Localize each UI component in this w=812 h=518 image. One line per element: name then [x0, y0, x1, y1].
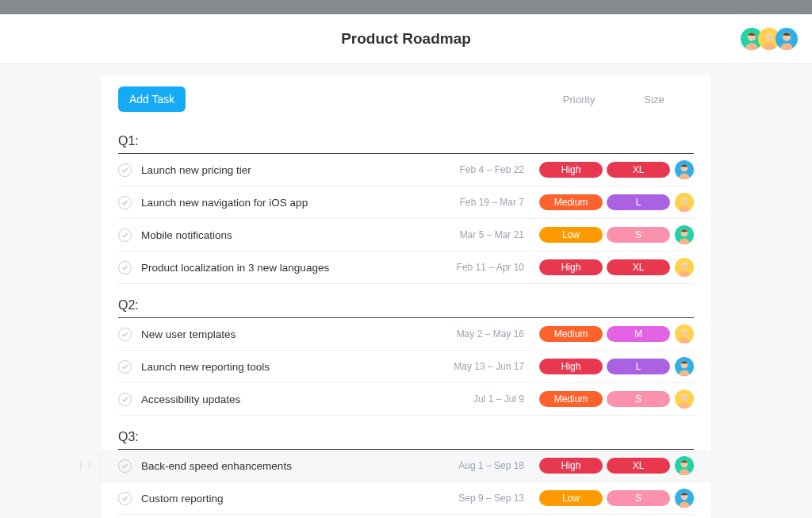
task-name[interactable]: Accessibility updates: [141, 393, 441, 405]
complete-checkbox[interactable]: [118, 492, 132, 505]
size-pill[interactable]: S: [607, 227, 670, 243]
size-pill[interactable]: S: [607, 391, 670, 407]
complete-checkbox[interactable]: [118, 196, 132, 209]
task-dates[interactable]: Mar 5 – Mar 21: [441, 229, 524, 240]
size-pill[interactable]: L: [607, 194, 670, 210]
task-dates[interactable]: May 13 – Jun 17: [441, 361, 524, 372]
assignee-cell[interactable]: [665, 160, 694, 179]
assignee-cell[interactable]: [665, 258, 694, 277]
priority-pill[interactable]: Medium: [539, 194, 603, 210]
size-cell[interactable]: L: [607, 359, 665, 374]
column-header-size[interactable]: Size: [615, 94, 694, 106]
priority-pill[interactable]: Medium: [539, 326, 603, 342]
assignee-avatar[interactable]: [675, 258, 694, 277]
assignee-avatar[interactable]: [675, 225, 694, 244]
assignee-cell[interactable]: [665, 193, 694, 212]
priority-cell[interactable]: Medium: [535, 391, 607, 407]
task-dates[interactable]: Jul 1 – Jul 9: [441, 393, 524, 405]
task-row[interactable]: Launch new reporting toolsMay 13 – Jun 1…: [118, 351, 694, 383]
column-header-priority[interactable]: Priority: [543, 94, 615, 106]
assignee-avatar[interactable]: [675, 489, 694, 508]
size-pill[interactable]: XL: [607, 162, 670, 178]
complete-checkbox[interactable]: [118, 163, 132, 177]
size-pill[interactable]: XL: [607, 259, 670, 275]
task-name[interactable]: Launch new navigation for iOS app: [141, 197, 441, 209]
task-dates[interactable]: May 2 – May 16: [441, 328, 524, 340]
task-dates[interactable]: Feb 19 – Mar 7: [441, 197, 524, 208]
assignee-cell[interactable]: [665, 389, 694, 409]
priority-pill[interactable]: Low: [539, 227, 603, 243]
collaborator-avatars[interactable]: [745, 28, 798, 50]
priority-pill[interactable]: High: [539, 259, 603, 275]
size-cell[interactable]: XL: [607, 458, 665, 474]
task-row[interactable]: New user templatesMay 2 – May 16MediumM: [118, 318, 694, 351]
assignee-cell[interactable]: [665, 225, 694, 244]
priority-pill[interactable]: High: [539, 162, 603, 178]
task-row[interactable]: Mobile notificationsMar 5 – Mar 21LowS: [118, 219, 694, 251]
task-dates[interactable]: Feb 11 – Apr 10: [441, 262, 524, 273]
task-dates[interactable]: Sep 9 – Sep 13: [441, 493, 524, 504]
priority-cell[interactable]: Low: [535, 227, 607, 243]
task-row[interactable]: Accessibility updatesJul 1 – Jul 9Medium…: [118, 383, 694, 416]
size-cell[interactable]: L: [607, 194, 665, 210]
task-row[interactable]: Offline modeSep 17 – Oct 18MediumL: [118, 515, 694, 518]
size-cell[interactable]: S: [607, 490, 665, 506]
section-title[interactable]: Q1:: [118, 120, 694, 154]
drag-handle-icon[interactable]: ⋮⋮⋮⋮: [77, 462, 94, 469]
complete-checkbox[interactable]: [118, 459, 132, 473]
task-row[interactable]: Custom reportingSep 9 – Sep 13LowS: [118, 482, 694, 515]
size-pill[interactable]: S: [607, 490, 670, 506]
size-pill[interactable]: XL: [607, 458, 670, 474]
size-cell[interactable]: XL: [607, 259, 665, 275]
complete-checkbox[interactable]: [118, 261, 132, 274]
task-name[interactable]: New user templates: [141, 328, 441, 340]
assignee-avatar[interactable]: [675, 456, 694, 475]
task-name[interactable]: Launch new pricing tier: [141, 164, 441, 176]
assignee-cell[interactable]: [665, 324, 694, 343]
assignee-cell[interactable]: [665, 489, 694, 508]
size-cell[interactable]: S: [607, 227, 665, 243]
assignee-avatar[interactable]: [675, 389, 694, 409]
task-name[interactable]: Custom reporting: [141, 493, 441, 505]
assignee-cell[interactable]: [665, 357, 694, 376]
priority-cell[interactable]: High: [535, 359, 607, 374]
size-cell[interactable]: M: [607, 326, 665, 342]
priority-pill[interactable]: High: [539, 359, 603, 374]
task-row[interactable]: ⋮⋮⋮⋮Back-end speed enhancementsAug 1 – S…: [101, 450, 711, 482]
assignee-cell[interactable]: [665, 456, 694, 475]
size-pill[interactable]: L: [607, 359, 670, 374]
complete-checkbox[interactable]: [118, 228, 132, 242]
priority-pill[interactable]: High: [539, 458, 603, 474]
section-title[interactable]: Q2:: [118, 284, 694, 318]
assignee-avatar[interactable]: [675, 357, 694, 376]
task-dates[interactable]: Feb 4 – Feb 22: [441, 164, 524, 175]
assignee-avatar[interactable]: [675, 324, 694, 343]
task-row[interactable]: Launch new pricing tierFeb 4 – Feb 22Hig…: [118, 154, 694, 186]
complete-checkbox[interactable]: [118, 360, 132, 374]
assignee-avatar[interactable]: [675, 160, 694, 179]
priority-cell[interactable]: Medium: [535, 194, 607, 210]
complete-checkbox[interactable]: [118, 328, 132, 341]
size-cell[interactable]: XL: [607, 162, 665, 178]
priority-cell[interactable]: Low: [535, 490, 607, 506]
size-cell[interactable]: S: [607, 391, 665, 407]
priority-pill[interactable]: Low: [539, 490, 603, 506]
section-title[interactable]: Q3:: [118, 416, 694, 450]
task-name[interactable]: Launch new reporting tools: [141, 361, 441, 373]
priority-pill[interactable]: Medium: [539, 391, 603, 407]
priority-cell[interactable]: High: [535, 162, 607, 178]
complete-checkbox[interactable]: [118, 393, 132, 406]
task-row[interactable]: Launch new navigation for iOS appFeb 19 …: [118, 186, 694, 219]
task-row[interactable]: Product localization in 3 new languagesF…: [118, 251, 694, 284]
priority-cell[interactable]: High: [535, 259, 607, 275]
assignee-avatar[interactable]: [675, 193, 694, 212]
task-name[interactable]: Back-end speed enhancements: [141, 460, 441, 472]
task-name[interactable]: Mobile notifications: [141, 229, 441, 241]
task-name[interactable]: Product localization in 3 new languages: [141, 262, 441, 274]
priority-cell[interactable]: Medium: [535, 326, 607, 342]
collaborator-avatar[interactable]: [776, 28, 798, 50]
task-dates[interactable]: Aug 1 – Sep 18: [441, 460, 524, 471]
size-pill[interactable]: M: [607, 326, 670, 342]
priority-cell[interactable]: High: [535, 458, 607, 474]
add-task-button[interactable]: Add Task: [118, 86, 186, 112]
